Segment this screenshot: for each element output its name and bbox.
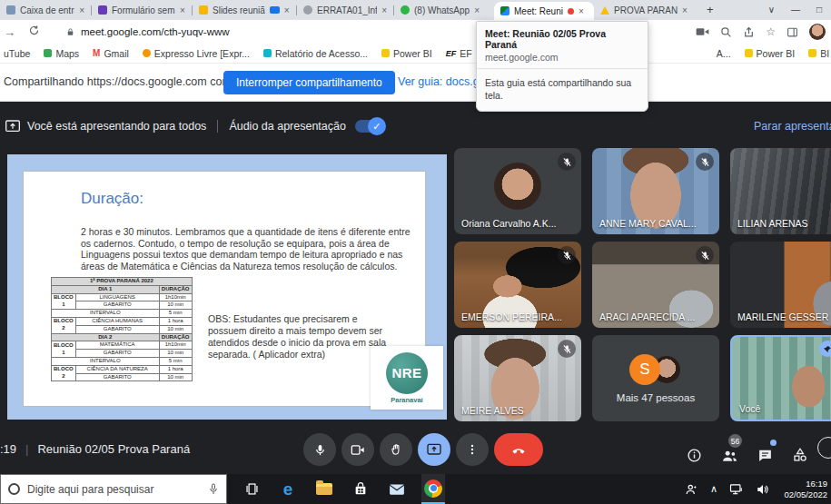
bookmark-bi-formadores[interactable]: BI Formadores - Po... xyxy=(808,48,831,59)
tab-caixa-de-entrada[interactable]: Caixa de entrada × xyxy=(0,0,91,20)
people-icon xyxy=(721,448,738,463)
tab-close-icon[interactable]: × xyxy=(579,6,584,16)
taskbar-search-box[interactable]: Digite aqui para pesquisar xyxy=(0,474,227,504)
participant-tile-marilene[interactable]: MARILENE GESSER xyxy=(730,242,831,328)
window-minimize-button[interactable]: — xyxy=(791,5,800,15)
chat-button[interactable] xyxy=(755,438,775,463)
more-vertical-icon xyxy=(466,443,479,456)
taskbar-clock[interactable]: 16:19 02/05/2022 xyxy=(782,479,827,500)
google-drive-favicon xyxy=(600,6,609,15)
tab-formulario[interactable]: Formulário sem t × xyxy=(92,0,192,20)
chat-notification-dot xyxy=(770,440,777,446)
bookmark-youtube[interactable]: uTube xyxy=(4,48,30,59)
tray-expand-chevron[interactable]: ∧ xyxy=(710,483,717,495)
tab-close-icon[interactable]: × xyxy=(284,5,290,15)
tab-label: Meet: Reuni xyxy=(514,6,563,16)
share-icon[interactable] xyxy=(743,26,755,38)
forward-button[interactable]: → xyxy=(4,25,15,39)
participant-name: MARILENE GESSER xyxy=(737,311,828,322)
clock-time: 16:19 xyxy=(782,479,827,489)
bookmark-powerbi[interactable]: Power BI xyxy=(381,48,432,59)
zoom-icon[interactable] xyxy=(720,26,732,38)
tab-prova-parana[interactable]: PROVA PARANÁ × xyxy=(594,0,699,20)
activities-button[interactable] xyxy=(790,438,810,463)
mail-button[interactable] xyxy=(385,474,409,504)
url-field[interactable]: meet.google.com/cth-yuqv-www xyxy=(65,26,230,37)
tray-people-icon[interactable] xyxy=(685,483,698,496)
profile-avatar[interactable] xyxy=(809,24,826,40)
participant-name: Oriana Carvalho A.K... xyxy=(461,218,556,229)
overflow-avatar-letter: S xyxy=(629,354,660,385)
present-now-button[interactable] xyxy=(418,433,450,466)
ef-icon: EF xyxy=(446,49,457,58)
stop-sharing-button[interactable]: Interromper compartilhamento xyxy=(223,71,395,94)
new-tab-button[interactable]: + xyxy=(707,3,714,16)
more-options-button[interactable] xyxy=(456,433,489,466)
network-icon[interactable] xyxy=(729,483,744,495)
participant-name: ANNE MARY CAVAL... xyxy=(599,218,697,229)
tab-slides[interactable]: Slides reuniã × xyxy=(193,0,296,20)
lock-icon xyxy=(65,27,75,37)
tab-errata[interactable]: ERRATA01_Infor × xyxy=(297,0,393,20)
participant-name: ARACI APARECIDA ... xyxy=(599,311,695,322)
chrome-button[interactable] xyxy=(421,474,445,504)
participant-tile-anne-mary[interactable]: ANNE MARY CAVAL... xyxy=(592,148,719,234)
tab-whatsapp[interactable]: (8) WhatsApp × xyxy=(394,0,494,20)
overflow-participants-tile[interactable]: S Mais 47 pessoas xyxy=(592,335,719,421)
tab-search-chevron-icon[interactable]: ∨ xyxy=(768,5,775,15)
exam-schedule-table: 1ª PROVA PARANÁ 2022 DIA 1DURAÇÃO BLOCO … xyxy=(51,277,193,381)
bookmark-powerbi-2[interactable]: Power BI xyxy=(745,48,796,59)
chrome-icon xyxy=(424,479,442,498)
bookmark-gmail[interactable]: MGmail xyxy=(93,48,129,59)
presentation-audio-toggle[interactable]: ✓ xyxy=(355,120,384,133)
nre-logo-circle: NRE xyxy=(386,352,428,394)
media-camera-icon[interactable] xyxy=(696,26,709,37)
participant-tile-meire[interactable]: MEIRE ALVES xyxy=(454,335,581,421)
inbox-favicon xyxy=(6,5,15,15)
task-view-button[interactable] xyxy=(240,474,263,504)
participant-tile-emerson[interactable]: EMERSON PEREIRA... xyxy=(454,242,581,328)
mic-icon xyxy=(313,443,327,457)
reload-button[interactable] xyxy=(28,25,40,39)
bookmark-maps[interactable]: Maps xyxy=(44,48,79,59)
show-participants-button[interactable]: 56 xyxy=(719,438,739,463)
bookmark-relatorio[interactable]: Relatório de Acesso... xyxy=(263,48,368,59)
participant-tile-oriana[interactable]: Oriana Carvalho A.K... xyxy=(454,148,581,234)
edge-button[interactable]: e xyxy=(276,474,300,504)
participant-avatar xyxy=(494,163,541,210)
chat-icon xyxy=(757,448,773,463)
search-mic-icon[interactable] xyxy=(208,483,219,496)
tab-close-icon[interactable]: × xyxy=(474,5,480,15)
tab-close-icon[interactable]: × xyxy=(79,5,84,15)
bookmark-expresso[interactable]: Expresso Livre [Expr... xyxy=(143,48,250,59)
meeting-details-button[interactable] xyxy=(684,438,704,463)
file-explorer-button[interactable] xyxy=(312,474,336,504)
table-title: 1ª PROVA PARANÁ 2022 xyxy=(52,278,193,286)
tab-close-icon[interactable]: × xyxy=(682,5,688,15)
side-panel-icon[interactable] xyxy=(786,26,798,38)
bookmark-ef[interactable]: EFEF xyxy=(446,48,472,59)
camera-button[interactable] xyxy=(341,433,374,466)
microphone-button[interactable] xyxy=(303,433,336,466)
bookmark-a[interactable]: A... xyxy=(717,48,731,59)
tab-meet-active[interactable]: Meet: Reuni × xyxy=(494,2,594,20)
powerbi-icon xyxy=(381,49,390,57)
tab-close-icon[interactable]: × xyxy=(381,5,387,15)
microsoft-store-button[interactable] xyxy=(349,474,372,504)
stop-presenting-button[interactable]: Parar apresentação xyxy=(754,113,831,140)
self-video-tile[interactable]: Você xyxy=(730,335,831,421)
leave-call-button[interactable] xyxy=(494,433,543,466)
participant-tile-lilian[interactable]: LILIAN ARENAS xyxy=(730,148,831,234)
raise-hand-button[interactable] xyxy=(380,433,412,466)
bookmark-star-icon[interactable]: ☆ xyxy=(766,25,776,38)
browser-tab-strip: Caixa de entrada × Formulário sem t × Sl… xyxy=(0,0,831,20)
slide-body-text: 2 horas e 30 minutos. Lembramos que a qu… xyxy=(81,226,413,272)
tab-close-icon[interactable]: × xyxy=(180,5,185,15)
cortana-icon xyxy=(8,483,20,495)
activities-shapes-icon xyxy=(792,447,808,463)
search-placeholder: Digite aqui para pesquisar xyxy=(27,483,201,496)
volume-icon[interactable] xyxy=(756,483,770,496)
store-icon xyxy=(353,482,368,497)
window-maximize-button[interactable]: □ xyxy=(816,5,822,15)
participant-tile-araci[interactable]: ARACI APARECIDA ... xyxy=(592,242,719,328)
